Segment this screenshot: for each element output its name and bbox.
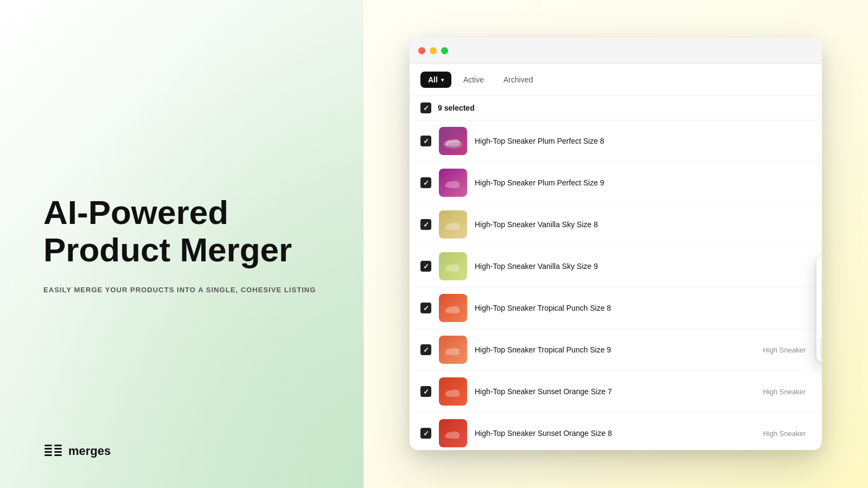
tab-all[interactable]: All ▾: [420, 72, 451, 88]
row-checkbox-5[interactable]: [420, 303, 431, 313]
app-content: All ▾ Active Archived 9 selected: [410, 64, 822, 450]
left-panel: AI-Powered Product Merger EASILY MERGE Y…: [0, 0, 363, 488]
product-name-3: High-Top Sneaker Vanilla Sky Size 8: [475, 220, 811, 229]
logo-text: merges: [68, 444, 111, 458]
table-row: High-Top Sneaker Tropical Punch Size 9 H…: [410, 329, 822, 371]
svg-rect-1: [44, 448, 52, 450]
table-row: High-Top Sneaker Sunset Orange Size 8 Hi…: [410, 413, 822, 450]
minimize-button[interactable]: [430, 47, 437, 54]
product-name-6: High-Top Sneaker Tropical Punch Size 9: [475, 345, 755, 354]
svg-rect-6: [44, 454, 52, 456]
product-image-2: [439, 169, 467, 197]
menu-item-archive[interactable]: Archive Products: [820, 259, 822, 279]
row-checkbox-4[interactable]: [420, 261, 431, 272]
product-image-8: [439, 419, 467, 447]
svg-rect-2: [44, 451, 52, 453]
row-checkbox-1[interactable]: [420, 136, 431, 146]
product-image-5: [439, 294, 467, 322]
close-button[interactable]: [418, 47, 425, 54]
table-row: High-Top Sneaker Tropical Punch Size 8: [410, 287, 822, 329]
tab-archived[interactable]: Archived: [496, 72, 540, 88]
logo-area: merges: [43, 441, 111, 461]
app-window: All ▾ Active Archived 9 selected: [410, 38, 822, 450]
fullscreen-button[interactable]: [441, 47, 448, 54]
tabs-bar: All ▾ Active Archived: [410, 64, 822, 96]
row-checkbox-6[interactable]: [420, 344, 431, 355]
table-row: High-Top Sneaker Plum Perfect Size 8 Arc…: [410, 120, 822, 162]
product-name-1: High-Top Sneaker Plum Perfect Size 8: [475, 137, 811, 145]
merges-logo-icon: [43, 441, 63, 461]
hero-title: AI-Powered Product Merger: [43, 194, 320, 268]
product-image-6: [439, 336, 467, 364]
select-all-checkbox[interactable]: [420, 102, 431, 113]
product-list: High-Top Sneaker Plum Perfect Size 8 Arc…: [410, 120, 822, 450]
table-row: High-Top Sneaker Vanilla Sky Size 9: [410, 246, 822, 287]
product-name-2: High-Top Sneaker Plum Perfect Size 9: [475, 178, 811, 187]
tab-active[interactable]: Active: [456, 72, 492, 88]
row-checkbox-8[interactable]: [420, 428, 431, 439]
product-name-5: High-Top Sneaker Tropical Punch Size 8: [475, 304, 811, 312]
table-row: High-Top Sneaker Sunset Orange Size 7 Hi…: [410, 371, 822, 413]
table-row: High-Top Sneaker Plum Perfect Size 9: [410, 162, 822, 204]
selected-count: 9 selected: [438, 104, 475, 112]
row-checkbox-7[interactable]: [420, 386, 431, 397]
product-image-4: [439, 252, 467, 280]
hero-subtitle: EASILY MERGE YOUR PRODUCTS INTO A SINGLE…: [43, 286, 320, 294]
tab-all-label: All: [428, 75, 438, 84]
svg-rect-5: [54, 451, 62, 453]
svg-rect-0: [44, 445, 52, 446]
svg-rect-7: [54, 454, 62, 456]
menu-item-delete[interactable]: Delete Products: [820, 279, 822, 298]
right-panel: All ▾ Active Archived 9 selected: [363, 0, 868, 488]
chevron-down-icon: ▾: [441, 77, 444, 83]
product-image-1: [439, 127, 467, 155]
product-type-6: High Sneaker: [763, 346, 806, 354]
product-name-8: High-Top Sneaker Sunset Orange Size 8: [475, 429, 755, 438]
row-checkbox-2[interactable]: [420, 177, 431, 188]
menu-item-remove-tags[interactable]: Remove tags: [820, 318, 822, 337]
product-name-4: High-Top Sneaker Vanilla Sky Size 9: [475, 262, 811, 271]
product-type-8: High Sneaker: [763, 429, 806, 438]
title-bar: [410, 38, 822, 64]
row-checkbox-3[interactable]: [420, 219, 431, 230]
menu-item-merge[interactable]: Merge Products: [820, 337, 822, 359]
table-row: High-Top Sneaker Vanilla Sky Size 8: [410, 204, 822, 246]
product-image-3: [439, 210, 467, 239]
svg-rect-4: [54, 448, 62, 450]
svg-rect-3: [54, 445, 62, 446]
selected-header: 9 selected: [410, 96, 822, 120]
context-menu: Archive Products Delete Products Add tag…: [816, 256, 822, 362]
menu-item-add-tags[interactable]: Add tags: [820, 298, 822, 318]
product-name-7: High-Top Sneaker Sunset Orange Size 7: [475, 387, 755, 396]
product-image-7: [439, 377, 467, 406]
product-type-7: High Sneaker: [763, 388, 806, 396]
